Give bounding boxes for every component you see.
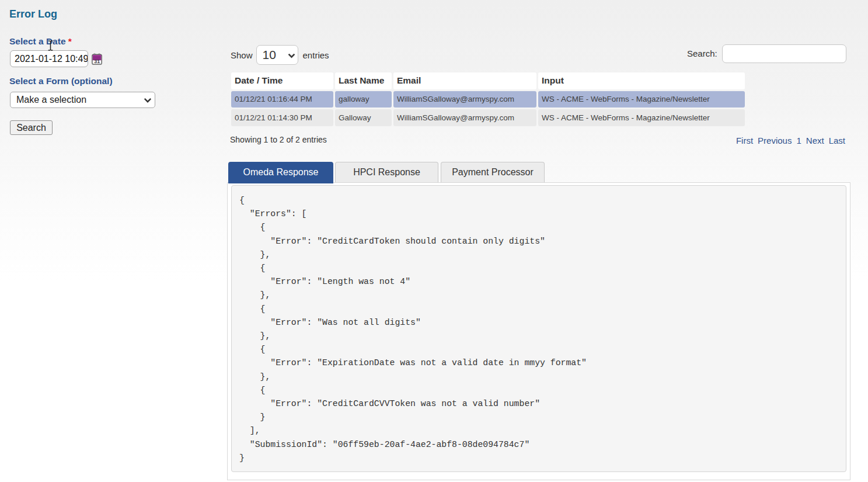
svg-text:31: 31: [94, 58, 100, 64]
